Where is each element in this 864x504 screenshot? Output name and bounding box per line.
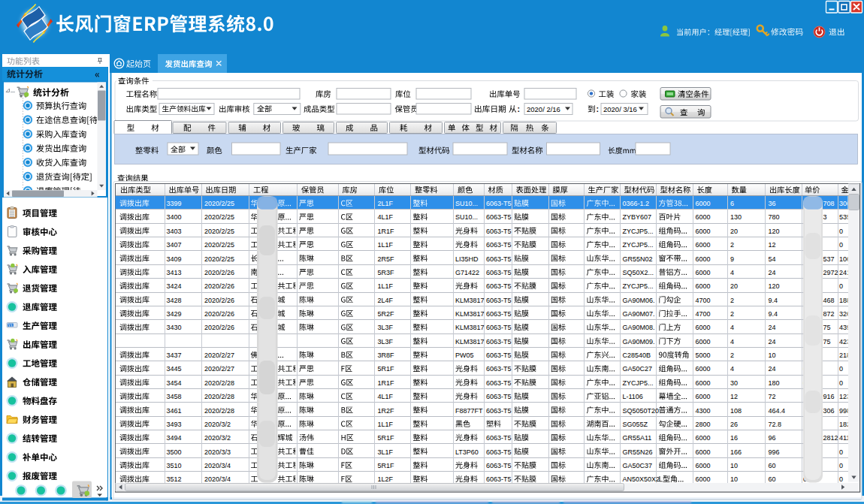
svg-text:6063-T5: 6063-T5 [486, 324, 512, 331]
svg-text:5R1F: 5R1F [378, 434, 395, 442]
svg-text:6063-T5: 6063-T5 [486, 352, 512, 359]
svg-text:2020/2/25: 2020/2/25 [204, 228, 234, 235]
svg-text:12: 12 [730, 393, 738, 400]
svg-text:72: 72 [769, 393, 776, 400]
svg-text:2020/2/25: 2020/2/25 [204, 241, 234, 249]
svg-text:6063-T5: 6063-T5 [486, 200, 512, 207]
svg-text:3445: 3445 [167, 365, 182, 373]
svg-text::: : [518, 104, 521, 113]
svg-text:6000: 6000 [696, 213, 711, 221]
svg-text:872: 872 [823, 310, 835, 318]
svg-text:3: 3 [823, 213, 827, 221]
svg-text:108: 108 [730, 407, 742, 415]
svg-text:6063-T5: 6063-T5 [486, 365, 512, 373]
svg-text:2: 2 [730, 310, 734, 318]
svg-text:306: 306 [823, 407, 835, 415]
svg-text:3399: 3399 [167, 200, 182, 207]
svg-text:4: 4 [730, 365, 734, 373]
svg-text:72.8: 72.8 [769, 421, 782, 428]
svg-text:24: 24 [769, 269, 776, 276]
svg-text:24: 24 [769, 338, 776, 346]
svg-text:4L1F: 4L1F [378, 213, 394, 221]
svg-text:2020/2/26: 2020/2/26 [204, 310, 234, 318]
svg-text:2020/2/26: 2020/2/26 [204, 324, 234, 331]
svg-text:ZYCJP5...: ZYCJP5... [623, 241, 654, 249]
svg-text:GA90M07.: GA90M07. [623, 310, 655, 318]
svg-text:3L3F: 3L3F [378, 338, 394, 346]
svg-text:G71422: G71422 [455, 269, 479, 276]
svg-text:2020/2/28: 2020/2/28 [204, 393, 234, 400]
svg-text:6063-T5: 6063-T5 [486, 282, 512, 290]
svg-text:3400: 3400 [167, 213, 182, 221]
svg-text:6000: 6000 [696, 393, 711, 400]
svg-text:5R2F: 5R2F [378, 310, 395, 318]
svg-text:5R1F: 5R1F [378, 365, 395, 373]
svg-text:0: 0 [839, 241, 843, 249]
svg-text:3409: 3409 [167, 255, 182, 263]
svg-text:C28540B: C28540B [623, 352, 651, 359]
svg-text:1R1F: 1R1F [378, 379, 395, 387]
svg-text:2020/3/4: 2020/3/4 [204, 475, 231, 483]
svg-text:2800: 2800 [696, 421, 711, 428]
svg-text:2: 2 [730, 352, 734, 359]
svg-text:2020/2/25: 2020/2/25 [204, 255, 234, 263]
svg-text:10: 10 [769, 352, 776, 359]
svg-text:GA90M09.: GA90M09. [623, 338, 655, 346]
svg-text:464.4: 464.4 [769, 407, 786, 415]
svg-text:ZYCJP5...: ZYCJP5... [623, 282, 654, 290]
svg-text:3430: 3430 [167, 324, 182, 331]
svg-text:2020/3/2: 2020/3/2 [204, 434, 231, 442]
svg-text:6063-T5: 6063-T5 [486, 297, 512, 304]
svg-text:3R8F: 3R8F [378, 352, 395, 359]
svg-text:5000: 5000 [696, 352, 711, 359]
svg-text:2020/3/4: 2020/3/4 [204, 462, 231, 469]
svg-text:2020/ 2/16: 2020/ 2/16 [527, 105, 560, 113]
svg-text:2020/2/26: 2020/2/26 [204, 297, 234, 304]
svg-text:KLM3817: KLM3817 [455, 324, 485, 331]
svg-text:3424: 3424 [167, 282, 182, 290]
svg-text:KLM3817: KLM3817 [455, 297, 485, 304]
svg-text:9: 9 [730, 255, 734, 263]
svg-text:6: 6 [730, 200, 734, 207]
svg-text:GR55N02: GR55N02 [623, 255, 653, 263]
svg-text:5R3F: 5R3F [378, 269, 395, 276]
svg-text:0: 0 [839, 379, 843, 387]
svg-text:KLM3817: KLM3817 [455, 310, 485, 318]
svg-text:6000: 6000 [696, 448, 711, 456]
svg-text:4300: 4300 [696, 407, 711, 415]
svg-text:SU10...: SU10... [455, 200, 478, 207]
svg-text:120: 120 [769, 282, 780, 290]
svg-text:996: 996 [769, 448, 780, 456]
svg-text:0366-1.2: 0366-1.2 [623, 200, 650, 207]
svg-text:2: 2 [730, 241, 734, 249]
svg-text:2020/ 3/16: 2020/ 3/16 [603, 105, 637, 113]
svg-text:L-1106: L-1106 [623, 393, 643, 400]
svg-text:3500: 3500 [167, 448, 182, 456]
svg-text:SU10...: SU10... [455, 213, 478, 221]
svg-text:GA50C27: GA50C27 [623, 365, 653, 373]
svg-text:2: 2 [730, 297, 734, 304]
svg-text:54: 54 [769, 255, 776, 263]
svg-text:GA90M08.: GA90M08. [623, 324, 655, 331]
svg-text:6000: 6000 [696, 269, 711, 276]
svg-text:6000: 6000 [696, 475, 711, 483]
svg-text:6063-T5: 6063-T5 [486, 338, 512, 346]
svg-text:3L3F: 3L3F [378, 324, 394, 331]
svg-text:F8877FT: F8877FT [455, 407, 483, 415]
svg-text:4: 4 [730, 338, 734, 346]
svg-text:2020/2/26: 2020/2/26 [204, 282, 234, 290]
svg-text:3429: 3429 [167, 310, 182, 318]
svg-text:SG055Z: SG055Z [623, 421, 648, 428]
svg-text:6063-T5: 6063-T5 [486, 462, 512, 469]
svg-text:26: 26 [730, 421, 738, 428]
svg-text:180: 180 [769, 379, 780, 387]
svg-text:6063-T5: 6063-T5 [486, 434, 512, 442]
svg-text:6000: 6000 [696, 379, 711, 387]
svg-text:20: 20 [730, 228, 738, 235]
svg-text:2020/2/27: 2020/2/27 [204, 365, 234, 373]
svg-text:3L1F: 3L1F [378, 448, 394, 456]
svg-text:75: 75 [823, 338, 831, 346]
svg-text:3512: 3512 [167, 475, 182, 483]
svg-text:2R5F: 2R5F [378, 255, 395, 263]
svg-text:1R1F: 1R1F [378, 228, 395, 235]
